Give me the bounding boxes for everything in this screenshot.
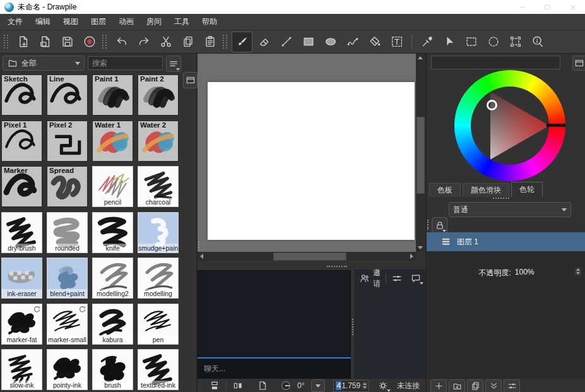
curve-tool-button[interactable] [342, 32, 363, 52]
brush-preset[interactable]: slow-ink [1, 349, 42, 390]
text-tool-button[interactable] [386, 32, 407, 52]
laser-pointer-tool-button[interactable] [439, 32, 459, 52]
new-file-tool-button[interactable] [13, 32, 33, 52]
brush-tool-button[interactable] [232, 32, 252, 52]
line-tool-button[interactable] [276, 32, 297, 52]
paste-tool-button[interactable] [199, 32, 220, 52]
rotation-dropdown-button[interactable] [311, 379, 325, 392]
layer-lock-button[interactable] [432, 217, 447, 234]
view-mirror-button[interactable] [230, 379, 246, 392]
brush-search-input[interactable] [88, 56, 163, 70]
brush-preset[interactable]: ink-eraser [1, 258, 42, 299]
undo-tool-button[interactable] [111, 32, 132, 52]
brush-preset[interactable]: charcoal [138, 166, 179, 207]
brush-preset[interactable]: knife [92, 212, 133, 253]
dock-splitter-handle[interactable] [493, 198, 509, 201]
vertical-scroll-thumb[interactable] [417, 117, 425, 194]
color-dock-input[interactable] [431, 56, 560, 69]
horizontal-scrollbar[interactable] [198, 252, 416, 261]
copy-tool-button[interactable] [177, 32, 198, 52]
tab-color-wheel[interactable]: 色轮 [511, 182, 543, 197]
cut-tool-button[interactable] [155, 32, 176, 52]
brush-preset[interactable]: Pixel 1 [1, 121, 42, 162]
color-selection-marker[interactable] [487, 100, 497, 110]
brush-preset[interactable]: smudge+paint [138, 212, 179, 253]
session-settings-gear-button[interactable] [375, 379, 391, 392]
brush-preset[interactable]: Marker [1, 166, 42, 207]
close-button[interactable] [560, 0, 585, 14]
transform-tool-button[interactable] [505, 32, 526, 52]
redo-tool-button[interactable] [133, 32, 154, 52]
zoom-stepper[interactable] [362, 382, 368, 389]
duplicate-layer-button[interactable] [467, 379, 483, 392]
brush-preset[interactable]: brush [92, 349, 133, 390]
color-wheel[interactable] [454, 70, 565, 181]
scroll-down-button[interactable] [416, 244, 425, 252]
opacity-drag-handle[interactable] [427, 220, 430, 230]
rectangle-tool-button[interactable] [298, 32, 319, 52]
brush-preset[interactable]: textured-ink [138, 349, 179, 390]
brush-preset[interactable]: dry-brush [1, 212, 42, 253]
opacity-stepper[interactable] [575, 268, 581, 275]
brush-preset[interactable]: marker-small [47, 304, 88, 345]
brush-preset[interactable]: Spread [47, 166, 88, 207]
tab-palette[interactable]: 色板 [429, 183, 461, 197]
menu-item[interactable]: 图层 [85, 14, 112, 30]
brush-preset[interactable]: pencil [92, 166, 133, 207]
chat-input[interactable]: 聊天... [198, 359, 351, 379]
view-flip-button[interactable] [206, 379, 223, 392]
brush-preset[interactable]: marker-fat [1, 304, 42, 345]
save-tool-button[interactable] [57, 32, 78, 52]
chat-message-list[interactable] [198, 270, 351, 359]
brush-preset[interactable]: Paint 2 [138, 74, 179, 116]
brush-preset[interactable]: Sketch [1, 74, 42, 116]
color-picker-tool-button[interactable] [417, 32, 437, 52]
brush-preset[interactable]: Line [47, 74, 88, 116]
eraser-tool-button[interactable] [254, 32, 275, 52]
brush-dock-detach-button[interactable] [183, 72, 198, 88]
brush-preset[interactable]: pointy-ink [47, 349, 88, 390]
brush-preset[interactable]: modelling [138, 258, 179, 299]
scroll-right-button[interactable] [408, 252, 416, 261]
session-settings-button[interactable] [389, 271, 405, 285]
brush-preset[interactable]: Water 2 [138, 121, 179, 162]
blend-mode-dropdown[interactable]: 普通 [449, 202, 571, 217]
brush-preset[interactable]: modelling2 [92, 258, 133, 299]
ellipse-tool-button[interactable] [320, 32, 341, 52]
vertical-scrollbar[interactable] [416, 54, 425, 252]
menu-item[interactable]: 工具 [168, 14, 196, 30]
color-dock-detach-button[interactable] [572, 56, 585, 71]
menu-item[interactable]: 动画 [112, 14, 140, 30]
drawing-canvas[interactable] [208, 82, 415, 240]
merge-down-button[interactable] [485, 379, 502, 392]
hue-selection-marker[interactable] [547, 124, 565, 127]
brush-preset[interactable]: blend+paint [47, 258, 88, 299]
menu-item[interactable]: 文件 [1, 14, 29, 30]
layer-row[interactable]: 图层 1 [427, 232, 585, 251]
menu-item[interactable]: 视图 [57, 14, 85, 30]
new-group-button[interactable] [449, 379, 465, 392]
brush-preset[interactable]: Pixel 2 [47, 121, 88, 162]
brush-menu-button[interactable] [166, 56, 181, 72]
brush-preset[interactable]: pen [138, 304, 179, 345]
menu-item[interactable]: 房间 [140, 14, 168, 30]
maximize-button[interactable] [535, 0, 560, 14]
canvas-size-button[interactable] [254, 379, 271, 392]
scroll-left-button[interactable] [198, 252, 206, 261]
tab-color-sliders[interactable]: 颜色滑块 [463, 183, 509, 197]
brush-preset[interactable]: Water 1 [92, 121, 133, 162]
canvas-viewport[interactable] [198, 54, 416, 252]
select-lasso-tool-button[interactable] [483, 32, 504, 52]
layer-properties-button[interactable] [504, 379, 520, 392]
brush-preset[interactable]: rounded [47, 212, 88, 253]
menu-item[interactable]: 编辑 [29, 14, 57, 30]
rotation-dial[interactable] [278, 379, 294, 392]
invite-button[interactable]: 邀请 [357, 266, 383, 290]
zoom-spinbox[interactable]: 4 1.759 [333, 380, 369, 392]
scroll-up-button[interactable] [416, 54, 425, 62]
inspector-tool-button[interactable] [527, 32, 548, 52]
menu-item[interactable]: 帮助 [196, 14, 223, 30]
record-session-tool-button[interactable] [79, 32, 100, 52]
minimize-button[interactable] [509, 0, 535, 14]
brush-preset[interactable]: kabura [92, 304, 133, 345]
